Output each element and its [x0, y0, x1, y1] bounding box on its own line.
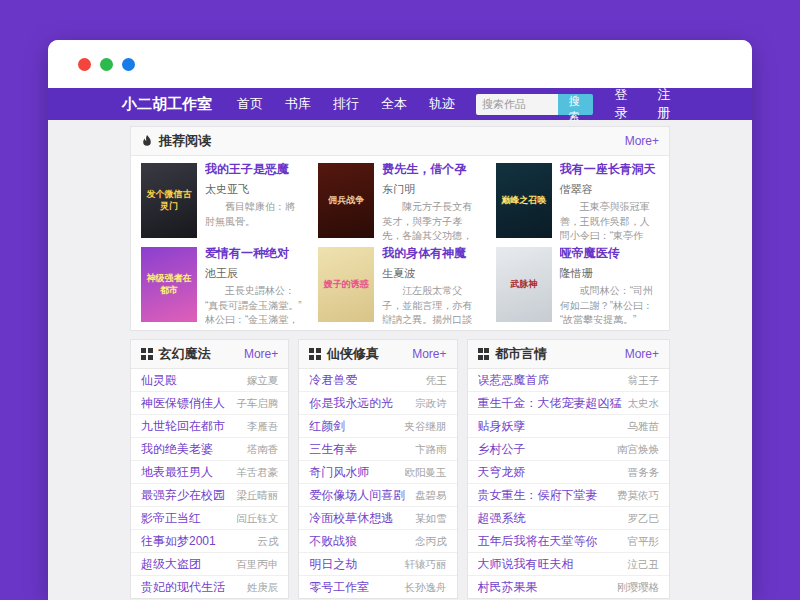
novel-title-link[interactable]: 五年后我将在天堂等你	[478, 534, 598, 548]
novel-title-link[interactable]: 你是我永远的光	[309, 396, 393, 410]
novel-title-link[interactable]: 贵妃的现代生活	[141, 580, 225, 594]
list-item[interactable]: 红颜剑夹谷继朋	[299, 415, 456, 438]
novel-title-link[interactable]: 不败战狼	[309, 534, 357, 548]
category-title: 都市言情	[495, 345, 547, 363]
nav-item-track[interactable]: 轨迹	[418, 95, 466, 113]
book-title-link[interactable]: 我有一座长青洞天	[560, 161, 659, 178]
book-card: 嫂子的诱惑 我的身体有神魔 生夏波 江左殷太常父子，並能言理，亦有辯訥之異。揚州…	[318, 245, 481, 324]
novel-title-link[interactable]: 村民苏果果	[478, 580, 538, 594]
list-item[interactable]: 误惹恶魔首席翁王子	[468, 369, 670, 392]
list-item[interactable]: 五年后我将在天堂等你官平彤	[468, 530, 670, 553]
list-item[interactable]: 零号工作室长孙逸舟	[299, 576, 456, 598]
novel-title-link[interactable]: 冷面校草休想逃	[309, 511, 393, 525]
book-cover[interactable]: 佣兵战争	[318, 163, 374, 238]
book-title-link[interactable]: 我的身体有神魔	[382, 245, 481, 262]
window-control-red-icon[interactable]	[78, 58, 91, 71]
list-item[interactable]: 超级大盗团百里丙申	[131, 553, 288, 576]
list-item[interactable]: 冷君兽爱凭王	[299, 369, 456, 392]
novel-title-link[interactable]: 天穹龙娇	[478, 465, 526, 479]
list-item[interactable]: 你是我永远的光宗政诗	[299, 392, 456, 415]
novel-title-link[interactable]: 爱你像场人间喜剧	[309, 488, 405, 502]
recommended-more-link[interactable]: More+	[625, 134, 659, 148]
novel-title-link[interactable]: 我的绝美老婆	[141, 442, 213, 456]
category-more-link[interactable]: More+	[625, 347, 659, 361]
list-item[interactable]: 重生千金：大佬宠妻超凶猛太史水	[468, 392, 670, 415]
book-title-link[interactable]: 我的王子是恶魔	[205, 161, 304, 178]
novel-title-link[interactable]: 乡村公子	[478, 442, 526, 456]
list-item[interactable]: 奇门风水师欧阳曼玉	[299, 461, 456, 484]
novel-title-link[interactable]: 影帝正当红	[141, 511, 201, 525]
novel-author: 念丙戌	[415, 534, 447, 548]
novel-title-link[interactable]: 大师说我有旺夫相	[478, 557, 574, 571]
novel-title-link[interactable]: 往事如梦2001	[141, 534, 216, 548]
list-item[interactable]: 不败战狼念丙戌	[299, 530, 456, 553]
book-title-link[interactable]: 爱情有一种绝对	[205, 245, 304, 262]
book-title-link[interactable]: 哑帝魔医传	[560, 245, 659, 262]
novel-title-link[interactable]: 三生有幸	[309, 442, 357, 456]
book-author: 太史亚飞	[205, 182, 304, 197]
book-cover[interactable]: 嫂子的诱惑	[318, 247, 374, 322]
novel-title-link[interactable]: 超强系统	[478, 511, 526, 525]
list-item[interactable]: 仙灵殿嫁立夏	[131, 369, 288, 392]
novel-title-link[interactable]: 九世轮回在都市	[141, 419, 225, 433]
book-cover[interactable]: 巅峰之召唤	[496, 163, 552, 238]
novel-title-link[interactable]: 最强弃少在校园	[141, 488, 225, 502]
nav-item-home[interactable]: 首页	[226, 95, 274, 113]
book-cover[interactable]: 武脉神	[496, 247, 552, 322]
novel-title-link[interactable]: 冷君兽爱	[309, 373, 357, 387]
list-item[interactable]: 明日之劫轩辕巧丽	[299, 553, 456, 576]
list-item[interactable]: 贵女重生：侯府下堂妻费莫依巧	[468, 484, 670, 507]
list-item[interactable]: 最强弃少在校园梁丘晴丽	[131, 484, 288, 507]
nav-item-complete[interactable]: 全本	[370, 95, 418, 113]
novel-title-link[interactable]: 仙灵殿	[141, 373, 177, 387]
list-item[interactable]: 大师说我有旺夫相泣己丑	[468, 553, 670, 576]
category-more-link[interactable]: More+	[412, 347, 446, 361]
list-item[interactable]: 地表最狂男人羊舌君豪	[131, 461, 288, 484]
search-input[interactable]	[476, 94, 558, 115]
list-item[interactable]: 九世轮回在都市李雁吾	[131, 415, 288, 438]
novel-title-link[interactable]: 贴身妖孽	[478, 419, 526, 433]
novel-title-link[interactable]: 神医保镖俏佳人	[141, 396, 225, 410]
book-title-link[interactable]: 费先生，借个孕	[382, 161, 481, 178]
novel-title-link[interactable]: 误惹恶魔首席	[478, 373, 550, 387]
novel-author: 费莫依巧	[617, 488, 659, 502]
list-item[interactable]: 冷面校草休想逃某如雪	[299, 507, 456, 530]
list-item[interactable]: 贵妃的现代生活姓庚辰	[131, 576, 288, 598]
category-more-link[interactable]: More+	[244, 347, 278, 361]
novel-title-link[interactable]: 奇门风水师	[309, 465, 369, 479]
list-item[interactable]: 爱你像场人间喜剧盘碧易	[299, 484, 456, 507]
book-card: 神级强者在都市 爱情有一种绝对 池王辰 王長史謂林公：“真長可謂金玉滿堂。”林公…	[141, 245, 304, 324]
novel-title-link[interactable]: 零号工作室	[309, 580, 369, 594]
novel-title-link[interactable]: 超级大盗团	[141, 557, 201, 571]
register-link[interactable]: 注册	[657, 86, 678, 122]
list-item[interactable]: 影帝正当红闾丘钰文	[131, 507, 288, 530]
search-button[interactable]: 搜 索	[558, 94, 593, 115]
novel-author: 长孙逸舟	[405, 580, 447, 594]
novel-title-link[interactable]: 贵女重生：侯府下堂妻	[478, 488, 598, 502]
novel-title-link[interactable]: 重生千金：大佬宠妻超凶猛	[478, 396, 622, 410]
window-control-green-icon[interactable]	[100, 58, 113, 71]
book-cover[interactable]: 发个微信古灵门	[141, 163, 197, 238]
list-item[interactable]: 我的绝美老婆塔南香	[131, 438, 288, 461]
list-item[interactable]: 往事如梦2001云戌	[131, 530, 288, 553]
category-panel-xianxia: 仙侠修真 More+ 冷君兽爱凭王 你是我永远的光宗政诗 红颜剑夹谷继朋 三生有…	[298, 339, 457, 599]
login-link[interactable]: 登录	[615, 86, 636, 122]
nav-item-ranking[interactable]: 排行	[322, 95, 370, 113]
list-item[interactable]: 超强系统罗乙巳	[468, 507, 670, 530]
list-item[interactable]: 天穹龙娇晋务务	[468, 461, 670, 484]
novel-title-link[interactable]: 明日之劫	[309, 557, 357, 571]
book-author: 池王辰	[205, 266, 304, 281]
list-item[interactable]: 贴身妖孽乌雅苗	[468, 415, 670, 438]
list-item[interactable]: 乡村公子南宫焕焕	[468, 438, 670, 461]
nav-item-library[interactable]: 书库	[274, 95, 322, 113]
window-control-blue-icon[interactable]	[122, 58, 135, 71]
novel-title-link[interactable]: 地表最狂男人	[141, 465, 213, 479]
list-item[interactable]: 三生有幸卞路雨	[299, 438, 456, 461]
page-content: 推荐阅读 More+ 发个微信古灵门 我的王子是恶魔 太史亚飞 舊目韓康伯：將肘…	[48, 120, 752, 600]
list-item[interactable]: 村民苏果果刚璎璎格	[468, 576, 670, 598]
list-item[interactable]: 神医保镖俏佳人子车启腾	[131, 392, 288, 415]
book-cover[interactable]: 神级强者在都市	[141, 247, 197, 322]
site-brand[interactable]: 小二胡工作室	[122, 95, 212, 114]
novel-author: 某如雪	[415, 511, 447, 525]
novel-title-link[interactable]: 红颜剑	[309, 419, 345, 433]
